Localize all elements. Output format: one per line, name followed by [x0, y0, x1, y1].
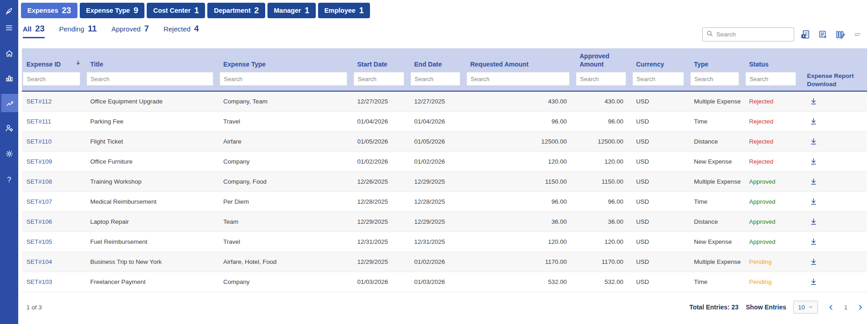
- column-header-approved_amount[interactable]: Approved Amount: [575, 48, 632, 72]
- column-label-download: Expense Report Download: [801, 72, 867, 91]
- tab-cost-center[interactable]: Cost Center1: [147, 3, 205, 18]
- cell-id[interactable]: SET#107: [22, 192, 86, 211]
- download-report-button[interactable]: [808, 176, 819, 187]
- column-header-expense_type[interactable]: Expense Type: [219, 48, 353, 72]
- cell-id[interactable]: SET#108: [22, 172, 86, 191]
- download-report-button[interactable]: [808, 156, 819, 167]
- more-options-icon[interactable]: [852, 29, 863, 41]
- column-search-input-approved_amount[interactable]: [576, 72, 626, 86]
- cell-expense_type: Per Diem: [219, 192, 353, 211]
- download-report-button[interactable]: [808, 237, 819, 247]
- column-header-download[interactable]: [801, 48, 867, 72]
- column-header-start_date[interactable]: Start Date: [353, 48, 410, 72]
- cell-id[interactable]: SET#110: [22, 132, 86, 151]
- export-excel-icon[interactable]: X: [800, 29, 812, 41]
- home-icon[interactable]: [0, 46, 18, 61]
- cell-id[interactable]: SET#103: [22, 272, 86, 292]
- global-search-input[interactable]: [716, 31, 797, 38]
- prev-page-button[interactable]: [828, 304, 834, 310]
- column-search-input-status[interactable]: [745, 72, 796, 86]
- subtab-pending[interactable]: Pending11: [59, 24, 97, 37]
- cell-expense_type: Company: [219, 272, 353, 292]
- cell-currency: USD: [632, 152, 689, 171]
- cell-currency: USD: [632, 172, 689, 191]
- cell-currency: USD: [632, 112, 689, 131]
- help-icon[interactable]: ?: [0, 172, 18, 188]
- subtab-approved[interactable]: Approved7: [111, 24, 149, 37]
- bar-chart-icon[interactable]: [0, 70, 18, 86]
- subtab-all[interactable]: All23: [23, 24, 45, 38]
- cell-id[interactable]: SET#104: [22, 252, 86, 272]
- tab-expenses[interactable]: Expenses23: [21, 3, 77, 18]
- download-report-button[interactable]: [808, 96, 819, 107]
- download-report-button[interactable]: [808, 277, 819, 288]
- expenses-grid: Expense IDTitleExpense TypeStart DateEnd…: [22, 48, 867, 292]
- subtab-label: All: [23, 25, 31, 33]
- search-icon: [706, 30, 713, 39]
- column-search-input-title[interactable]: [87, 72, 213, 86]
- header-label-row: Expense IDTitleExpense TypeStart DateEnd…: [22, 48, 867, 72]
- download-report-button[interactable]: [808, 196, 819, 207]
- page-size-select[interactable]: 10: [793, 301, 818, 314]
- cell-end_date: 12/28/2025: [410, 192, 466, 211]
- cell-download: [801, 152, 867, 171]
- subtab-label: Pending: [59, 25, 84, 33]
- cell-status: Rejected: [745, 112, 801, 131]
- column-search-input-expense_type[interactable]: [220, 72, 347, 86]
- cell-status: Approved: [745, 192, 801, 211]
- line-chart-icon[interactable]: [0, 94, 18, 112]
- table-row: SET#107Medical ReimbursementPer Diem12/2…: [22, 192, 867, 212]
- cell-requested_amount: 120.00: [466, 152, 575, 171]
- column-header-title[interactable]: Title: [86, 48, 219, 72]
- cell-id[interactable]: SET#111: [22, 112, 86, 131]
- download-report-button[interactable]: [808, 216, 819, 227]
- column-header-id[interactable]: Expense ID: [22, 48, 86, 72]
- column-search-input-currency[interactable]: [632, 72, 684, 86]
- tab-manager[interactable]: Manager1: [267, 3, 316, 18]
- cell-id[interactable]: SET#112: [22, 92, 86, 111]
- column-header-requested_amount[interactable]: Requested Amount: [466, 48, 575, 72]
- tab-employee[interactable]: Employee1: [318, 3, 370, 18]
- edit-columns-icon[interactable]: [834, 29, 846, 41]
- cell-end_date: 01/02/2026: [410, 252, 466, 272]
- filter-list-icon[interactable]: [817, 29, 829, 41]
- column-search-input-requested_amount[interactable]: [467, 72, 570, 86]
- column-search-input-id[interactable]: [23, 72, 80, 86]
- column-header-end_date[interactable]: End Date: [410, 48, 466, 72]
- next-page-button[interactable]: [858, 304, 863, 310]
- current-page-number[interactable]: 1: [844, 304, 847, 311]
- cell-expense_type: Company: [219, 152, 353, 171]
- column-header-type[interactable]: Type: [689, 48, 745, 72]
- subtab-rejected[interactable]: Rejected4: [164, 24, 199, 37]
- tab-label: Employee: [324, 7, 356, 14]
- tab-label: Cost Center: [153, 7, 190, 14]
- cell-download: [801, 232, 867, 252]
- cell-type: New Expense: [689, 152, 745, 171]
- download-report-button[interactable]: [808, 116, 819, 127]
- download-report-button[interactable]: [808, 257, 819, 267]
- cell-requested_amount: 532.00: [466, 272, 575, 292]
- column-search-input-start_date[interactable]: [354, 72, 404, 86]
- column-search-input-end_date[interactable]: [411, 72, 460, 86]
- cell-id[interactable]: SET#106: [22, 212, 86, 231]
- gear-icon[interactable]: [0, 146, 18, 161]
- table-row: SET#104Business Trip to New YorkAirfare,…: [22, 252, 867, 272]
- cell-id[interactable]: SET#105: [22, 232, 86, 252]
- hamburger-menu-icon[interactable]: [0, 20, 18, 36]
- download-report-button[interactable]: [808, 136, 819, 147]
- cell-approved_amount: 12500.00: [575, 132, 632, 151]
- user-gear-icon[interactable]: [0, 120, 18, 136]
- column-label: Start Date: [357, 61, 387, 69]
- cell-type: Multiple Expense: [689, 92, 745, 111]
- column-header-status[interactable]: Status: [745, 48, 801, 72]
- cell-id[interactable]: SET#109: [22, 152, 86, 171]
- column-search-input-type[interactable]: [690, 72, 739, 86]
- tab-department[interactable]: Department2: [207, 3, 265, 18]
- cell-currency: USD: [632, 252, 689, 272]
- tab-expense-type[interactable]: Expense Type9: [80, 3, 144, 18]
- tab-label: Manager: [274, 7, 301, 14]
- cell-download: [801, 112, 867, 131]
- tab-label: Department: [214, 7, 251, 14]
- column-header-currency[interactable]: Currency: [632, 48, 689, 72]
- global-search-box[interactable]: [702, 27, 794, 41]
